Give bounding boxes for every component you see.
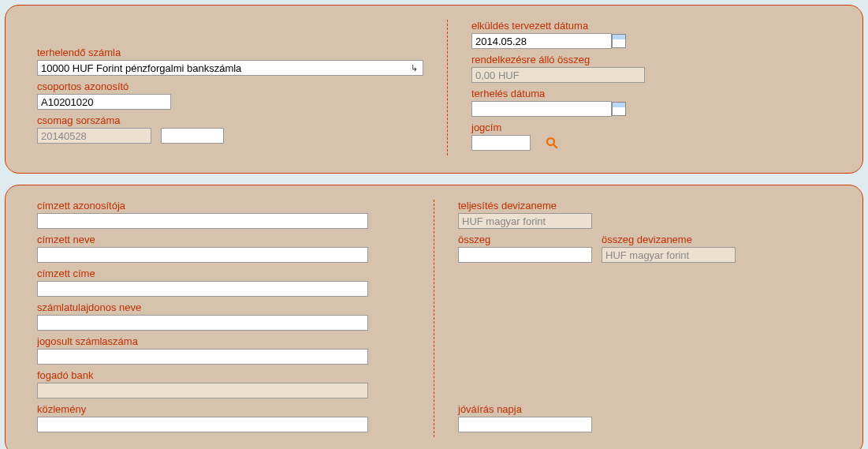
detail-left: címzett azonosítója címzett neve címzett… bbox=[37, 200, 434, 437]
send-date-label: elküldés tervezett dátuma bbox=[471, 20, 831, 32]
perf-ccy-input bbox=[458, 213, 592, 229]
remittance-label: közlemény bbox=[37, 403, 410, 415]
available-amount-input bbox=[471, 67, 645, 83]
package-row: csomag sorszáma bbox=[37, 114, 423, 148]
header-panel: terhelendő számla 10000 HUF Forint pénzf… bbox=[5, 5, 863, 174]
amount-row: összeg összeg devizaneme bbox=[458, 234, 831, 268]
account-owner-field: számlatulajdonos neve bbox=[37, 301, 410, 331]
perf-ccy-field: teljesítés devizaneme bbox=[458, 200, 831, 229]
debit-date-field: terhelés dátuma bbox=[471, 88, 831, 117]
available-amount-label: rendelkezésre álló összeg bbox=[471, 54, 831, 65]
payee-addr-input[interactable] bbox=[37, 281, 368, 297]
remittance-field: közlemény bbox=[37, 403, 410, 432]
account-owner-input[interactable] bbox=[37, 315, 368, 331]
calendar-icon[interactable] bbox=[612, 34, 626, 48]
account-label: terhelendő számla bbox=[37, 47, 423, 58]
account-field: terhelendő számla 10000 HUF Forint pénzf… bbox=[37, 47, 423, 76]
payee-id-label: címzett azonosítója bbox=[37, 200, 410, 211]
credit-date-label: jóváírás napja bbox=[458, 403, 831, 415]
detail-right: teljesítés devizaneme összeg összeg devi… bbox=[434, 200, 831, 437]
debit-date-input[interactable] bbox=[471, 101, 612, 117]
amount-label: összeg bbox=[458, 234, 592, 245]
remittance-input[interactable] bbox=[37, 417, 368, 432]
title-code-input[interactable] bbox=[471, 135, 531, 151]
credit-date-field: jóváírás napja bbox=[458, 403, 831, 432]
payee-id-input[interactable] bbox=[37, 213, 368, 229]
receiving-bank-label: fogadó bank bbox=[37, 369, 410, 381]
package-no-input bbox=[37, 128, 151, 144]
beneficiary-acct-field: jogosult számlaszáma bbox=[37, 335, 410, 365]
receiving-bank-field: fogadó bank bbox=[37, 369, 410, 398]
send-date-input[interactable] bbox=[471, 33, 612, 49]
beneficiary-acct-input[interactable] bbox=[37, 349, 368, 365]
chevron-down-icon: ↳ bbox=[411, 63, 418, 73]
credit-date-input[interactable] bbox=[458, 417, 592, 432]
available-amount-field: rendelkezésre álló összeg bbox=[471, 54, 831, 83]
send-date-field: elküldés tervezett dátuma bbox=[471, 20, 831, 49]
detail-panel: címzett azonosítója címzett neve címzett… bbox=[5, 185, 863, 449]
amount-ccy-input bbox=[602, 247, 736, 263]
package-no-label: csomag sorszáma bbox=[37, 114, 151, 126]
header-left: terhelendő számla 10000 HUF Forint pénzf… bbox=[37, 20, 447, 155]
amount-input[interactable] bbox=[458, 247, 592, 263]
calendar-icon[interactable] bbox=[612, 102, 626, 116]
payee-addr-label: címzett címe bbox=[37, 268, 410, 279]
package-suffix-input[interactable] bbox=[161, 128, 224, 144]
payee-name-input[interactable] bbox=[37, 247, 368, 263]
header-right: elküldés tervezett dátuma rendelkezésre … bbox=[448, 20, 831, 155]
account-owner-label: számlatulajdonos neve bbox=[37, 301, 410, 313]
title-code-label: jogcím bbox=[471, 122, 531, 133]
perf-ccy-label: teljesítés devizaneme bbox=[458, 200, 831, 211]
payee-id-field: címzett azonosítója bbox=[37, 200, 410, 229]
search-icon[interactable] bbox=[545, 136, 559, 154]
debit-date-label: terhelés dátuma bbox=[471, 88, 831, 99]
receiving-bank-input bbox=[37, 383, 368, 398]
payee-name-label: címzett neve bbox=[37, 234, 410, 245]
payee-addr-field: címzett címe bbox=[37, 268, 410, 297]
amount-ccy-label: összeg devizaneme bbox=[602, 234, 736, 245]
svg-point-0 bbox=[547, 138, 554, 145]
group-id-field: csoportos azonosító bbox=[37, 80, 423, 110]
beneficiary-acct-label: jogosult számlaszáma bbox=[37, 335, 410, 347]
account-value: 10000 HUF Forint pénzforgalmi bankszámla bbox=[41, 62, 241, 74]
title-code-row: jogcím bbox=[471, 122, 831, 155]
group-id-input[interactable] bbox=[37, 94, 171, 110]
group-id-label: csoportos azonosító bbox=[37, 80, 423, 92]
payee-name-field: címzett neve bbox=[37, 234, 410, 263]
svg-line-1 bbox=[553, 144, 557, 148]
account-select[interactable]: 10000 HUF Forint pénzforgalmi bankszámla… bbox=[37, 60, 423, 76]
